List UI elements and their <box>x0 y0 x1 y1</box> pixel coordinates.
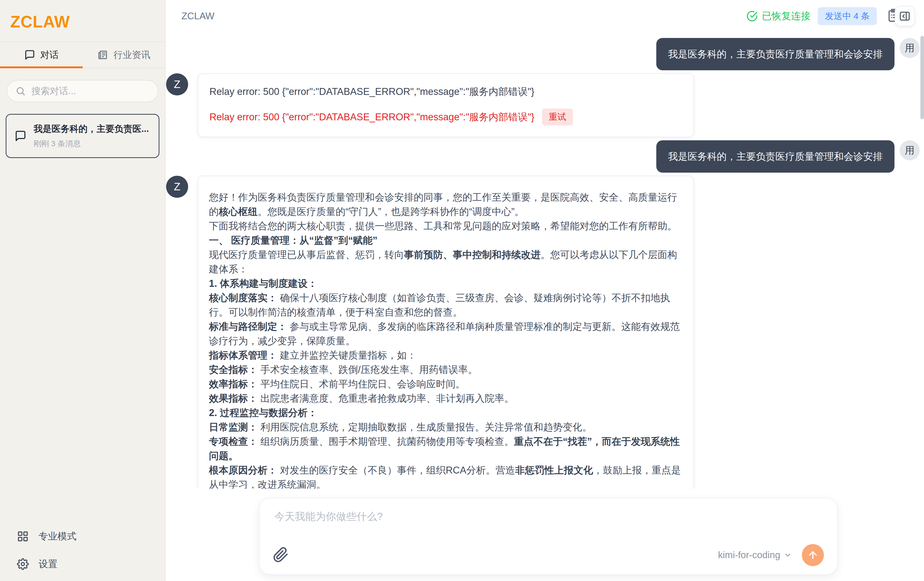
page-title: ZCLAW <box>182 11 214 21</box>
tab-conversations[interactable]: 对话 <box>0 42 82 68</box>
gear-icon <box>17 558 29 570</box>
chevron-down-icon <box>784 551 792 559</box>
assistant-avatar: Z <box>166 176 188 198</box>
paperclip-icon <box>273 547 289 563</box>
conversation-meta: 刚刚 3 条消息 <box>34 138 149 149</box>
assistant-paragraph: 下面我将结合您的两大核心职责，提供一些思路、工具和常见问题的应对策略，希望能对您… <box>209 219 683 233</box>
chat-bubble-icon <box>24 49 35 61</box>
user-avatar: 用 <box>899 38 920 58</box>
model-label: kimi-for-coding <box>718 550 780 560</box>
send-button[interactable] <box>802 544 824 566</box>
assistant-paragraph: 一、 医疗质量管理：从“监督”到“赋能” <box>209 233 683 247</box>
assistant-paragraph: 根本原因分析： 对发生的医疗安全（不良）事件，组织RCA分析。营造非惩罚性上报文… <box>209 463 683 489</box>
assistant-message-row: Z 您好！作为医务科负责医疗质量管理和会诊安排的同事，您的工作至关重要，是医院高… <box>166 176 920 489</box>
assistant-paragraph: 效果指标： 出院患者满意度、危重患者抢救成功率、非计划再入院率。 <box>209 391 683 405</box>
assistant-message-card: 您好！作为医务科负责医疗质量管理和会诊安排的同事，您的工作至关重要，是医院高效、… <box>198 176 694 489</box>
grid-icon <box>17 530 29 542</box>
connection-status: 已恢复连接 <box>746 10 810 23</box>
assistant-paragraph: 现代医疗质量管理已从事后监督、惩罚，转向事前预防、事中控制和持续改进。您可以考虑… <box>209 247 683 276</box>
assistant-paragraph: 1. 体系构建与制度建设： <box>209 276 683 291</box>
message-input[interactable] <box>274 509 822 533</box>
collapse-panel-icon <box>899 10 911 22</box>
sidebar-item-settings[interactable]: 设置 <box>17 556 165 572</box>
search-icon <box>15 86 26 96</box>
user-message-bubble: 我是医务科的，主要负责医疗质量管理和会诊安排 <box>656 38 894 70</box>
tab-industry-news[interactable]: 行业资讯 <box>82 42 165 68</box>
conversation-title: 我是医务科的，主要负责医... <box>34 123 149 135</box>
connection-status-label: 已恢复连接 <box>762 10 810 23</box>
arrow-up-icon <box>807 550 818 561</box>
conversation-list-item[interactable]: 我是医务科的，主要负责医... 刚刚 3 条消息 <box>6 114 159 158</box>
user-message-bubble: 我是医务科的，主要负责医疗质量管理和会诊安排 <box>656 140 894 173</box>
assistant-paragraph: 标准与路径制定： 参与或主导常见病、多发病的临床路径和单病种质量管理标准的制定与… <box>209 319 683 348</box>
app-window: ZCLAW 对话 行业资讯 我是医务科的，主要负责医... 刚刚 3 条消息 <box>0 0 924 581</box>
composer-toolbar: kimi-for-coding <box>273 544 824 566</box>
sending-badge: 发送中 4 条 <box>818 7 877 25</box>
main-header: ZCLAW 已恢复连接 发送中 4 条 <box>165 0 924 32</box>
assistant-paragraph: 效率指标： 平均住院日、术前平均住院日、会诊响应时间。 <box>209 377 683 391</box>
error-text-red: Relay error: 500 {"error":"DATABASE_ERRO… <box>210 109 682 125</box>
tab-label: 行业资讯 <box>114 49 150 61</box>
news-icon <box>97 49 108 61</box>
assistant-paragraph: 指标体系管理： 建立并监控关键质量指标，如： <box>209 348 683 362</box>
chat-bubble-icon <box>14 130 26 142</box>
user-message-row: 我是医务科的，主要负责医疗质量管理和会诊安排 用 <box>166 140 920 173</box>
assistant-paragraph: 日常监测： 利用医院信息系统，定期抽取数据，生成质量报告。关注异常值和趋势变化。 <box>209 420 683 434</box>
composer-area: kimi-for-coding <box>165 489 924 581</box>
search-input[interactable] <box>31 86 150 96</box>
chat-message-list[interactable]: 我是医务科的，主要负责医疗质量管理和会诊安排 用 Z Relay error: … <box>165 32 924 489</box>
app-logo: ZCLAW <box>0 0 165 41</box>
sidebar-item-pro-mode[interactable]: 专业模式 <box>17 528 165 545</box>
settings-label: 设置 <box>38 558 58 571</box>
collapse-panel-button[interactable] <box>895 6 915 26</box>
assistant-error-card: Relay error: 500 {"error":"DATABASE_ERRO… <box>198 73 694 137</box>
assistant-paragraph: 2. 过程监控与数据分析： <box>209 405 683 420</box>
sidebar-tabs: 对话 行业资讯 <box>0 41 165 68</box>
assistant-avatar: Z <box>166 73 188 95</box>
assistant-error-row: Z Relay error: 500 {"error":"DATABASE_ER… <box>166 73 920 137</box>
header-actions: 已恢复连接 发送中 4 条 <box>746 6 915 26</box>
conversation-text: 我是医务科的，主要负责医... 刚刚 3 条消息 <box>34 123 149 149</box>
pro-mode-label: 专业模式 <box>38 530 76 543</box>
attach-file-button[interactable] <box>273 547 289 564</box>
user-avatar: 用 <box>899 140 920 160</box>
sidebar-footer: 专业模式 设置 <box>0 528 165 581</box>
main-panel: ZCLAW 已恢复连接 发送中 4 条 我是医务科的，主要负责医疗质量管理和会诊… <box>165 0 924 581</box>
tab-label: 对话 <box>40 49 59 61</box>
assistant-paragraph: 核心制度落实： 确保十八项医疗核心制度（如首诊负责、三级查房、会诊、疑难病例讨论… <box>209 291 683 319</box>
sidebar: ZCLAW 对话 行业资讯 我是医务科的，主要负责医... 刚刚 3 条消息 <box>0 0 165 581</box>
search-box <box>7 80 158 102</box>
scrollbar-thumb[interactable] <box>921 36 924 119</box>
check-circle-icon <box>746 10 758 22</box>
composer-card: kimi-for-coding <box>259 498 838 575</box>
retry-button[interactable]: 重试 <box>542 109 573 125</box>
model-selector[interactable]: kimi-for-coding <box>718 550 792 560</box>
assistant-paragraph: 您好！作为医务科负责医疗质量管理和会诊安排的同事，您的工作至关重要，是医院高效、… <box>209 190 683 219</box>
assistant-paragraph: 安全指标： 手术安全核查率、跌倒/压疮发生率、用药错误率。 <box>209 362 683 377</box>
assistant-paragraph: 专项检查： 组织病历质量、围手术期管理、抗菌药物使用等专项检查。重点不在于“找茬… <box>209 434 683 463</box>
user-message-row: 我是医务科的，主要负责医疗质量管理和会诊安排 用 <box>166 38 920 70</box>
error-text: Relay error: 500 {"error":"DATABASE_ERRO… <box>210 85 682 98</box>
